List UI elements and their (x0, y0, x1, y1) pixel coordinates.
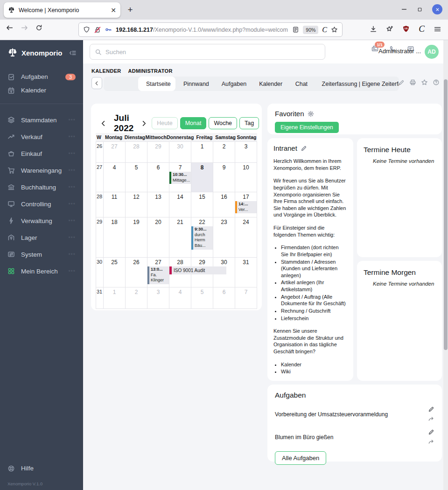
calendar-day-cell[interactable]: 7 (235, 287, 257, 309)
url-bar[interactable]: 192.168.1.217/Xenomporio-V.1.0/www/index… (78, 22, 343, 37)
calendar-day-cell[interactable]: 25 (104, 258, 126, 287)
tab-startseite[interactable]: Startseite (138, 77, 175, 91)
sidebar-item-aufgaben[interactable]: Aufgaben3 (0, 70, 83, 84)
new-tab-button[interactable]: + (124, 4, 136, 16)
pencil-icon[interactable] (301, 145, 307, 152)
calendar-day-cell[interactable]: 10 (235, 163, 257, 192)
sidebar-item-system[interactable]: System••• (0, 246, 83, 263)
sidebar-item-lager[interactable]: Lager••• (0, 229, 83, 246)
menu-hamburger-icon[interactable] (434, 25, 441, 33)
calendar-day-cell[interactable]: 21 (169, 217, 191, 258)
insecure-lock-icon[interactable] (94, 26, 101, 34)
sidebar-collapse-icon[interactable] (69, 49, 77, 57)
calendar-next-icon[interactable] (138, 120, 150, 127)
calendar-event[interactable]: ISO 9001 Audit (169, 266, 226, 274)
back-button[interactable] (6, 24, 14, 32)
tab-aufgaben[interactable]: Aufgaben (214, 77, 252, 91)
calendar-day-cell[interactable]: 27 (104, 142, 126, 163)
more-dots-icon[interactable]: ••• (68, 167, 76, 174)
user-menu-label[interactable]: Administrator ... (378, 48, 421, 55)
sidebar-item-kalender[interactable]: Kalender (0, 84, 83, 97)
more-dots-icon[interactable]: ••• (68, 268, 76, 274)
sidebar-item-buchhaltung[interactable]: Buchhaltung••• (0, 179, 83, 196)
ublock-extension-icon[interactable]: U0 (402, 25, 410, 33)
edit-tabs-icon[interactable] (398, 79, 405, 86)
edit-task-icon[interactable] (428, 406, 434, 413)
extension-c-icon[interactable]: C (322, 26, 327, 34)
calendar-day-cell[interactable]: 1714:...Ver... (235, 192, 257, 217)
forward-task-icon[interactable] (428, 439, 434, 445)
bookmark-star-icon[interactable] (331, 26, 338, 33)
sidebar-item-stammdaten[interactable]: Stammdaten••• (0, 112, 83, 128)
calendar-day-cell[interactable]: 6 (147, 163, 169, 192)
tab-close-icon[interactable]: ✕ (111, 7, 116, 14)
calendar-day-cell[interactable]: 1 (191, 142, 213, 163)
calendar-day-cell[interactable]: 1 (104, 287, 126, 309)
forward-button[interactable] (21, 24, 28, 32)
calendar-day-cell[interactable]: 28ISO 9001 Audit (169, 258, 191, 287)
sidebar-item-wareneingang[interactable]: Wareneingang••• (0, 162, 83, 179)
sidebar-item-hilfe[interactable]: Hilfe (0, 462, 83, 475)
tab-zeiterfassung[interactable]: Zeiterfassung | Eigene Zeiterfa (314, 77, 399, 91)
calendar-week-button[interactable]: Woche (209, 117, 237, 129)
calendar-day-cell[interactable]: 4 (104, 163, 126, 192)
more-dots-icon[interactable]: ••• (68, 117, 76, 123)
calendar-day-cell[interactable]: 5 (126, 163, 147, 192)
scrollbar-track[interactable] (443, 40, 448, 490)
calendar-day-cell[interactable]: 2713:0...Fa.Klinger (147, 258, 169, 287)
calendar-day-cell[interactable]: 229:30...durchHerrnBäu... (191, 217, 213, 258)
own-settings-button[interactable]: Eigene Einstellungen (275, 122, 339, 133)
calendar-event[interactable]: 9:30...durchHerrnBäu... (191, 226, 213, 250)
search-input[interactable] (105, 49, 320, 56)
downloads-icon[interactable] (370, 25, 377, 33)
calendar-day-cell[interactable]: 26 (126, 258, 147, 287)
calendar-day-cell[interactable]: 29 (147, 142, 169, 163)
calendar-day-cell[interactable]: 28 (126, 142, 147, 163)
sidebar-item-verkauf[interactable]: Verkauf••• (0, 128, 83, 145)
window-minimize-button[interactable] (401, 6, 407, 13)
sidebar-item-verwaltung[interactable]: Verwaltung••• (0, 212, 83, 229)
calendar-day-cell[interactable]: 13 (147, 192, 169, 217)
help-circle-icon[interactable] (433, 79, 440, 86)
calendar-day-cell[interactable]: 12 (126, 192, 147, 217)
calendar-day-cell[interactable]: 20 (147, 217, 169, 258)
search-box[interactable] (90, 44, 325, 60)
sidebar-item-controlling[interactable]: Controlling••• (0, 196, 83, 212)
calendar-event[interactable]: 10:30...Mittage... (169, 172, 191, 184)
calendar-day-cell[interactable]: 3 (235, 142, 257, 163)
all-tasks-button[interactable]: Alle Aufgaben (275, 451, 326, 465)
page-zoom-badge[interactable]: 90% (303, 26, 318, 34)
calendar-day-cell[interactable]: 2 (213, 142, 235, 163)
reader-mode-icon[interactable] (292, 26, 299, 33)
edit-task-icon[interactable] (428, 429, 434, 435)
calendar-day-cell[interactable]: 31 (235, 258, 257, 287)
calendar-day-cell[interactable]: 2 (126, 287, 147, 309)
password-key-icon[interactable] (105, 26, 112, 33)
bookmarks-menu-icon[interactable] (386, 25, 393, 33)
gear-icon[interactable] (308, 111, 314, 117)
tab-chat[interactable]: Chat (287, 77, 314, 91)
more-dots-icon[interactable]: ••• (68, 234, 76, 241)
calendar-day-cell[interactable]: 710:30...Mittage... (169, 163, 191, 192)
calendar-day-cell[interactable]: 18 (104, 217, 126, 258)
tab-back-button[interactable] (91, 77, 102, 89)
calendar-day-cell[interactable]: 4 (169, 287, 191, 309)
tab-kalender[interactable]: Kalender (251, 77, 287, 91)
sidebar-item-mein-bereich[interactable]: Mein Bereich••• (0, 263, 83, 280)
calendar-event[interactable]: 14:...Ver... (235, 201, 257, 213)
window-restore-button[interactable] (417, 7, 423, 13)
calendar-month-button[interactable]: Monat (180, 117, 207, 129)
calendar-event[interactable]: 13:0...Fa.Klinger (147, 266, 169, 284)
calendar-day-cell[interactable]: 14 (169, 192, 191, 217)
calendar-day-cell[interactable]: 16 (213, 192, 235, 217)
calendar-day-cell[interactable]: 11 (104, 192, 126, 217)
more-dots-icon[interactable]: ••• (68, 150, 76, 157)
calendar-day-cell[interactable]: 19 (126, 217, 147, 258)
calendar-day-cell[interactable]: 9 (213, 163, 235, 192)
calendar-day-cell[interactable]: 24 (235, 217, 257, 258)
browser-tab[interactable]: Welcome | Xenomporio ✕ (4, 2, 120, 18)
more-dots-icon[interactable]: ••• (68, 217, 76, 224)
more-dots-icon[interactable]: ••• (68, 184, 76, 190)
more-dots-icon[interactable]: ••• (68, 251, 76, 258)
calendar-day-cell[interactable]: 6 (213, 287, 235, 309)
